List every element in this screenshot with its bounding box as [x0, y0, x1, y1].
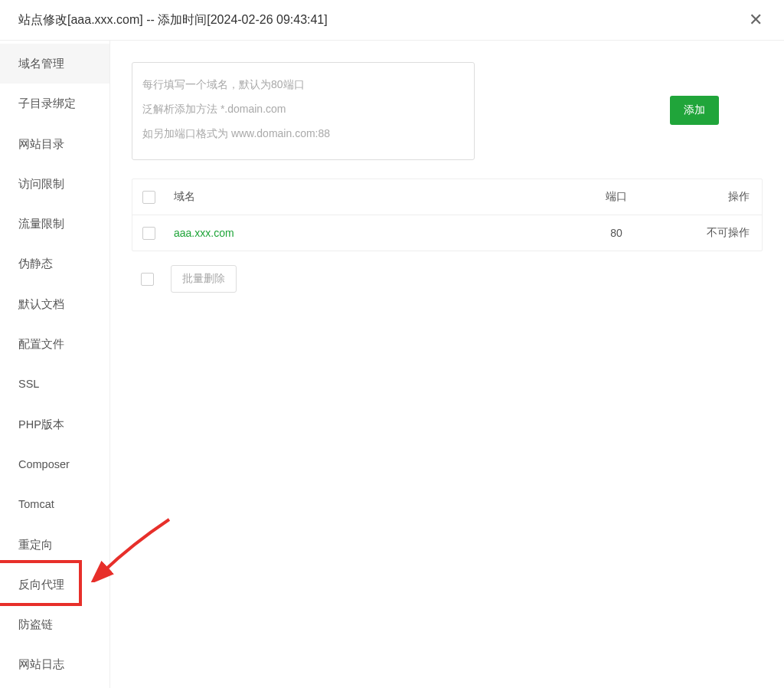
batch-delete-button[interactable]: 批量删除	[171, 265, 237, 293]
add-button[interactable]: 添加	[670, 96, 719, 125]
sidebar-item-7[interactable]: 配置文件	[0, 324, 109, 364]
sidebar-item-0[interactable]: 域名管理	[0, 44, 109, 84]
domain-textarea[interactable]	[132, 62, 475, 160]
sidebar-item-3[interactable]: 访问限制	[0, 164, 109, 204]
sidebar-item-5[interactable]: 伪静态	[0, 244, 109, 283]
dialog-title: 站点修改[aaa.xxx.com] -- 添加时间[2024-02-26 09:…	[18, 12, 328, 28]
sidebar-item-6[interactable]: 默认文档	[0, 284, 109, 324]
sidebar-item-8[interactable]: SSL	[0, 364, 109, 404]
sidebar-item-11[interactable]: Tomcat	[0, 484, 109, 524]
table-row: aaa.xxx.com80不可操作	[132, 215, 762, 251]
sidebar-item-14[interactable]: 防盗链	[0, 604, 109, 644]
sidebar-item-4[interactable]: 流量限制	[0, 204, 109, 244]
close-icon[interactable]: ✕	[743, 7, 769, 33]
sidebar: 域名管理子目录绑定网站目录访问限制流量限制伪静态默认文档配置文件SSLPHP版本…	[0, 41, 110, 688]
domain-table-wrap: 域名 端口 操作 aaa.xxx.com80不可操作	[132, 179, 763, 251]
col-header-action: 操作	[662, 179, 762, 215]
sidebar-item-2[interactable]: 网站目录	[0, 124, 109, 164]
action-cell: 不可操作	[662, 215, 762, 251]
batch-checkbox[interactable]	[141, 273, 154, 286]
content-panel: 添加 域名 端口 操作 aaa.xxx.com80不可操作 批量删除	[110, 41, 784, 688]
dialog-body: 域名管理子目录绑定网站目录访问限制流量限制伪静态默认文档配置文件SSLPHP版本…	[0, 41, 784, 688]
sidebar-item-12[interactable]: 重定向	[0, 525, 109, 565]
domain-cell[interactable]: aaa.xxx.com	[174, 227, 234, 239]
sidebar-item-13[interactable]: 反向代理	[0, 565, 109, 604]
sidebar-item-10[interactable]: Composer	[0, 444, 109, 484]
sidebar-item-15[interactable]: 网站日志	[0, 644, 109, 684]
sidebar-item-9[interactable]: PHP版本	[0, 405, 109, 444]
col-header-port: 端口	[570, 179, 662, 215]
batch-row: 批量删除	[132, 265, 763, 293]
dialog-header: 站点修改[aaa.xxx.com] -- 添加时间[2024-02-26 09:…	[0, 0, 784, 41]
port-cell: 80	[570, 215, 662, 251]
domain-input-row: 添加	[132, 62, 763, 160]
table-header-row: 域名 端口 操作	[132, 179, 762, 215]
row-checkbox[interactable]	[142, 227, 155, 240]
col-header-domain: 域名	[165, 179, 570, 215]
domain-table: 域名 端口 操作 aaa.xxx.com80不可操作	[132, 179, 762, 251]
select-all-checkbox[interactable]	[142, 191, 155, 204]
sidebar-item-1[interactable]: 子目录绑定	[0, 84, 109, 123]
